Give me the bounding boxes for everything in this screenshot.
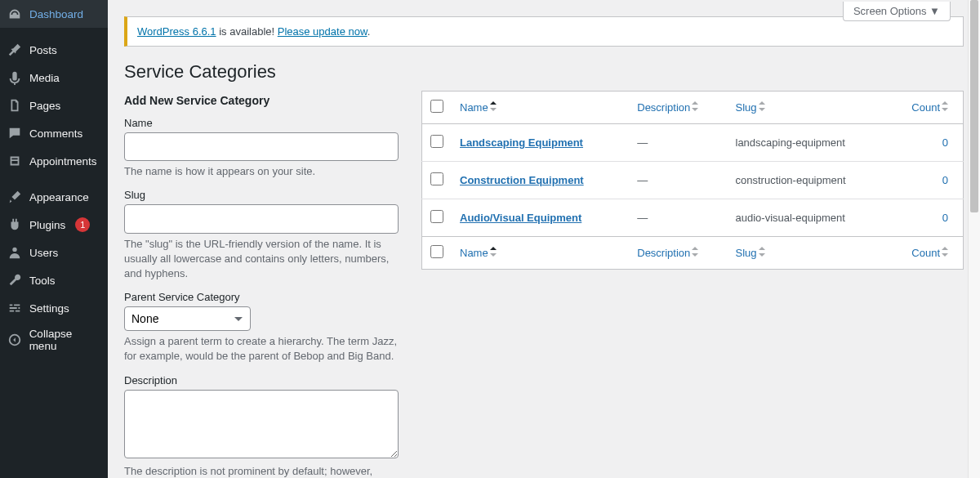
- wp-version-link[interactable]: WordPress 6.6.1: [137, 25, 216, 38]
- menu-comments[interactable]: Comments: [0, 119, 108, 147]
- description-input[interactable]: [124, 390, 399, 458]
- col-count-footer[interactable]: Count: [888, 237, 964, 270]
- menu-label: Settings: [29, 302, 69, 315]
- menu-users[interactable]: Users: [0, 239, 108, 266]
- slug-help: The "slug" is the URL-friendly version o…: [124, 237, 399, 282]
- page-title: Service Categories: [124, 61, 964, 83]
- update-now-link[interactable]: Please update now: [278, 25, 368, 38]
- name-input[interactable]: [124, 132, 399, 161]
- admin-sidebar: Dashboard Posts Media Pages Comments App…: [0, 0, 108, 478]
- menu-plugins[interactable]: Plugins 1: [0, 211, 108, 239]
- name-label: Name: [124, 117, 399, 129]
- dashboard-icon: [7, 6, 23, 22]
- category-slug: audio-visual-equipment: [728, 199, 888, 237]
- col-slug-footer[interactable]: Slug: [728, 237, 888, 270]
- pin-icon: [7, 42, 23, 58]
- menu-label: Media: [29, 72, 60, 84]
- plugin-icon: [7, 217, 23, 233]
- svg-point-0: [12, 248, 16, 252]
- category-slug: landscaping-equipment: [728, 124, 888, 162]
- menu-label: Collapse menu: [29, 328, 101, 352]
- form-title: Add New Service Category: [124, 94, 399, 107]
- menu-label: Appearance: [29, 191, 89, 203]
- categories-table-wrap: Name Description Slug Count Landscaping …: [421, 91, 964, 478]
- col-description-header[interactable]: Description: [629, 92, 727, 124]
- sort-icon: [942, 101, 948, 111]
- sort-icon: [490, 101, 497, 111]
- menu-label: Appointments: [29, 155, 97, 168]
- category-description: —: [629, 162, 727, 199]
- wrench-icon: [7, 272, 23, 288]
- col-name-footer[interactable]: Name: [452, 237, 629, 270]
- select-all-top[interactable]: [430, 100, 443, 113]
- notice-text: is available!: [216, 25, 278, 38]
- menu-label: Dashboard: [29, 8, 83, 20]
- menu-label: Tools: [29, 275, 56, 287]
- menu-media[interactable]: Media: [0, 64, 108, 92]
- parent-select[interactable]: None: [124, 306, 251, 331]
- menu-tools[interactable]: Tools: [0, 266, 108, 294]
- menu-appearance[interactable]: Appearance: [0, 183, 108, 211]
- category-name-link[interactable]: Landscaping Equipment: [460, 136, 583, 149]
- col-count-header[interactable]: Count: [888, 92, 964, 124]
- sort-icon: [490, 247, 497, 257]
- screen-options-toggle[interactable]: Screen Options ▼: [843, 2, 951, 21]
- table-row: Audio/Visual Equipment—audio-visual-equi…: [422, 199, 964, 237]
- slug-input[interactable]: [124, 204, 399, 233]
- category-count: 0: [942, 174, 948, 186]
- menu-settings[interactable]: Settings: [0, 294, 108, 322]
- menu-label: Plugins: [29, 219, 65, 231]
- scrollbar[interactable]: [968, 0, 980, 478]
- sort-icon: [942, 247, 948, 257]
- update-notice: WordPress 6.6.1 is available! Please upd…: [124, 16, 964, 47]
- slug-label: Slug: [124, 189, 399, 201]
- menu-label: Users: [29, 247, 58, 259]
- menu-posts[interactable]: Posts: [0, 36, 108, 64]
- row-checkbox[interactable]: [430, 172, 443, 185]
- description-help: The description is not prominent by defa…: [124, 464, 399, 479]
- select-all-bottom[interactable]: [430, 245, 443, 258]
- category-name-link[interactable]: Audio/Visual Equipment: [460, 212, 581, 224]
- sort-icon: [692, 247, 698, 257]
- category-description: —: [629, 199, 727, 237]
- parent-label: Parent Service Category: [124, 291, 399, 303]
- sliders-icon: [7, 300, 23, 316]
- screen-options-label: Screen Options ▼: [853, 5, 940, 17]
- sort-icon: [759, 101, 765, 111]
- main-content: Screen Options ▼ WordPress 6.6.1 is avai…: [108, 0, 980, 478]
- comments-icon: [7, 125, 23, 141]
- media-icon: [7, 69, 23, 86]
- description-label: Description: [124, 374, 399, 386]
- category-description: —: [629, 124, 727, 162]
- menu-collapse[interactable]: Collapse menu: [0, 322, 108, 358]
- plugin-update-badge: 1: [75, 217, 90, 232]
- row-checkbox[interactable]: [430, 210, 443, 223]
- collapse-icon: [7, 332, 23, 348]
- sort-icon: [759, 247, 765, 257]
- pages-icon: [7, 97, 23, 114]
- calendar-icon: [7, 153, 23, 169]
- parent-help: Assign a parent term to create a hierarc…: [124, 334, 399, 364]
- row-checkbox[interactable]: [430, 135, 443, 148]
- menu-label: Comments: [29, 127, 82, 140]
- col-name-header[interactable]: Name: [452, 92, 629, 124]
- menu-dashboard[interactable]: Dashboard: [0, 0, 108, 28]
- user-icon: [7, 244, 23, 261]
- category-slug: construction-equipment: [728, 162, 888, 199]
- table-row: Construction Equipment—construction-equi…: [422, 162, 964, 199]
- menu-label: Posts: [29, 44, 57, 56]
- category-count: 0: [942, 136, 948, 149]
- category-name-link[interactable]: Construction Equipment: [460, 174, 584, 186]
- category-count: 0: [942, 212, 948, 224]
- col-description-footer[interactable]: Description: [629, 237, 727, 270]
- brush-icon: [7, 189, 23, 205]
- menu-label: Pages: [29, 100, 60, 112]
- col-slug-header[interactable]: Slug: [728, 92, 888, 124]
- add-category-form: Add New Service Category Name The name i…: [124, 91, 399, 478]
- menu-appointments[interactable]: Appointments: [0, 147, 108, 175]
- categories-table: Name Description Slug Count Landscaping …: [421, 91, 964, 270]
- name-help: The name is how it appears on your site.: [124, 164, 399, 179]
- sort-icon: [692, 101, 698, 111]
- menu-pages[interactable]: Pages: [0, 92, 108, 119]
- table-row: Landscaping Equipment—landscaping-equipm…: [422, 124, 964, 162]
